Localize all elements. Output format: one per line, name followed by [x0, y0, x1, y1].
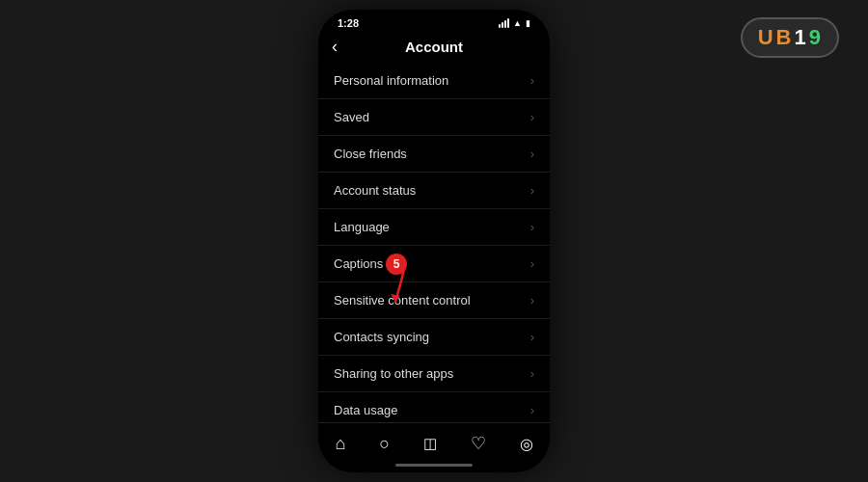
- status-icons: ▲ ▮: [499, 18, 530, 28]
- menu-label-personal-information: Personal information: [334, 73, 448, 88]
- chevron-icon-sensitive-content: ›: [530, 293, 534, 308]
- menu-item-saved[interactable]: Saved›: [318, 99, 550, 136]
- nav-likes[interactable]: ♡: [463, 431, 494, 456]
- menu-item-sensitive-content[interactable]: Sensitive content control›: [318, 282, 550, 319]
- watermark-1: 1: [795, 25, 807, 50]
- signal-bar-3: [504, 20, 506, 28]
- menu-item-language[interactable]: Language›: [318, 209, 550, 246]
- menu-label-saved: Saved: [334, 110, 369, 124]
- menu-item-close-friends[interactable]: Close friends›: [318, 136, 550, 173]
- chevron-icon-saved: ›: [530, 110, 534, 124]
- wifi-icon: ▲: [513, 18, 522, 28]
- chevron-icon-captions: ›: [530, 256, 534, 271]
- nav-home[interactable]: ⌂: [327, 432, 353, 456]
- watermark-b: B: [776, 25, 793, 50]
- reels-icon: ◫: [423, 435, 437, 452]
- signal-bar-1: [499, 24, 501, 28]
- home-indicator: [318, 460, 550, 472]
- menu-item-account-status[interactable]: Account status›: [318, 173, 550, 209]
- status-bar: 1:28 ▲ ▮: [318, 10, 550, 33]
- back-button[interactable]: ‹: [332, 37, 338, 57]
- badge-captions: 5: [386, 254, 407, 275]
- chevron-icon-data-usage: ›: [530, 403, 534, 417]
- menu-item-contacts-syncing[interactable]: Contacts syncing›: [318, 319, 550, 356]
- home-bar: [395, 464, 473, 467]
- signal-bar-4: [507, 18, 509, 28]
- bottom-nav: ⌂ ○ ◫ ♡ ◎: [318, 422, 550, 460]
- watermark-9: 9: [809, 25, 822, 50]
- chevron-icon-contacts-syncing: ›: [530, 330, 534, 344]
- menu-label-contacts-syncing: Contacts syncing: [334, 330, 429, 344]
- menu-item-personal-information[interactable]: Personal information›: [318, 63, 550, 99]
- nav-search[interactable]: ○: [371, 432, 397, 456]
- menu-item-captions[interactable]: Captions›5: [318, 246, 550, 282]
- menu-list: Personal information›Saved›Close friends…: [318, 63, 550, 422]
- chevron-icon-language: ›: [530, 220, 534, 234]
- heart-icon: ♡: [471, 433, 486, 454]
- phone-frame: 1:28 ▲ ▮ ‹ Account Personal information›…: [318, 10, 550, 472]
- chevron-icon-account-status: ›: [530, 183, 534, 198]
- home-icon: ⌂: [335, 434, 345, 454]
- watermark: U B 1 9: [741, 17, 839, 58]
- chevron-icon-sharing-other-apps: ›: [530, 366, 534, 381]
- page-title: Account: [405, 39, 463, 55]
- signal-bar-2: [502, 22, 503, 28]
- search-icon: ○: [379, 434, 390, 454]
- chevron-icon-close-friends: ›: [530, 147, 534, 161]
- menu-label-captions: Captions: [334, 256, 383, 271]
- signal-bars: [499, 18, 509, 28]
- menu-label-language: Language: [334, 220, 390, 234]
- menu-label-data-usage: Data usage: [334, 403, 398, 417]
- watermark-u: U: [758, 25, 774, 50]
- menu-label-account-status: Account status: [334, 183, 416, 198]
- menu-item-data-usage[interactable]: Data usage›: [318, 392, 550, 422]
- nav-profile[interactable]: ◎: [512, 433, 541, 455]
- menu-label-sharing-other-apps: Sharing to other apps: [334, 366, 453, 381]
- status-time: 1:28: [338, 17, 359, 29]
- header: ‹ Account: [318, 33, 550, 63]
- chevron-icon-personal-information: ›: [530, 73, 534, 88]
- menu-label-sensitive-content: Sensitive content control: [334, 293, 471, 308]
- menu-label-close-friends: Close friends: [334, 147, 407, 161]
- menu-item-sharing-other-apps[interactable]: Sharing to other apps›: [318, 356, 550, 392]
- profile-icon: ◎: [520, 435, 533, 453]
- nav-reels[interactable]: ◫: [416, 433, 445, 454]
- battery-icon: ▮: [526, 18, 530, 28]
